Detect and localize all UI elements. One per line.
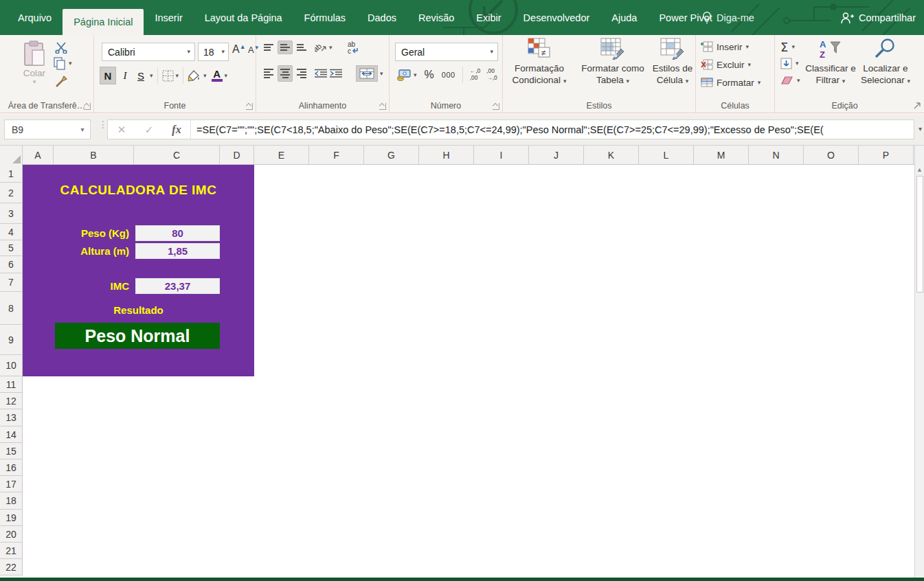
insert-function-button[interactable]: fx — [163, 124, 190, 136]
percent-style-button[interactable]: % — [425, 69, 434, 81]
column-header-F[interactable]: F — [309, 146, 364, 165]
align-right-button[interactable] — [295, 66, 308, 81]
row-header-9[interactable]: 9 — [0, 325, 22, 355]
expand-formula-bar-arrow[interactable]: ▾ — [919, 125, 922, 133]
align-middle-button[interactable] — [278, 41, 293, 54]
cell-styles-button[interactable]: Estilos de Célula ▾ — [651, 38, 694, 87]
scrollbar-thumb[interactable] — [916, 176, 923, 293]
collapse-ribbon-button[interactable] — [913, 102, 921, 110]
find-select-button[interactable]: Localizar e Selecionar ▾ — [859, 38, 912, 87]
height-input-cell[interactable]: 1,85 — [135, 243, 220, 259]
fill-button[interactable]: ▾ — [780, 58, 799, 69]
align-bottom-button[interactable] — [295, 41, 308, 54]
column-header-G[interactable]: G — [364, 146, 419, 165]
paste-button[interactable]: Colar ▾ — [16, 41, 52, 85]
tab-ajuda[interactable]: Ajuda — [600, 0, 648, 35]
row-header-20[interactable]: 20 — [0, 526, 22, 543]
increase-font-size-button[interactable]: A▲ — [232, 43, 246, 56]
tab-desenvolvedor[interactable]: Desenvolvedor — [512, 0, 601, 35]
column-header-M[interactable]: M — [694, 146, 749, 165]
column-header-D[interactable]: D — [220, 146, 254, 165]
accounting-format-button[interactable]: ▾ — [396, 69, 417, 81]
tab-página-inicial[interactable]: Página Inicial — [63, 9, 144, 35]
row-header-21[interactable]: 21 — [0, 543, 22, 559]
row-header-6[interactable]: 6 — [0, 256, 22, 273]
column-header-I[interactable]: I — [474, 146, 529, 165]
row-header-11[interactable]: 11 — [0, 376, 22, 393]
column-header-K[interactable]: K — [584, 146, 639, 165]
format-cells-button[interactable]: Formatar▾ — [701, 77, 760, 88]
number-format-select[interactable]: Geral ▾ — [395, 43, 498, 61]
row-header-16[interactable]: 16 — [0, 459, 22, 476]
tab-arquivo[interactable]: Arquivo — [7, 0, 63, 35]
clipboard-dialog-launcher[interactable] — [84, 103, 91, 110]
number-dialog-launcher[interactable] — [493, 103, 499, 110]
column-header-P[interactable]: P — [859, 146, 914, 165]
column-header-E[interactable]: E — [254, 146, 309, 165]
row-header-19[interactable]: 19 — [0, 510, 22, 526]
tell-me-control[interactable]: Diga-me — [702, 0, 754, 35]
scroll-up-arrow[interactable]: ▲ — [916, 166, 923, 173]
font-family-select[interactable]: Calibri ▾ — [102, 43, 195, 61]
column-header-C[interactable]: C — [134, 146, 220, 165]
format-painter-button[interactable] — [55, 75, 68, 87]
copy-button[interactable]: ▾ — [54, 57, 72, 70]
column-header-J[interactable]: J — [529, 146, 584, 165]
row-header-15[interactable]: 15 — [0, 443, 22, 459]
column-header-L[interactable]: L — [639, 146, 694, 165]
alignment-dialog-launcher[interactable] — [379, 103, 386, 110]
tab-dados[interactable]: Dados — [357, 0, 407, 35]
tab-fórmulas[interactable]: Fórmulas — [293, 0, 357, 35]
align-left-button[interactable] — [262, 66, 275, 81]
decrease-indent-button[interactable] — [315, 69, 328, 78]
column-header-B[interactable]: B — [54, 146, 134, 165]
bold-button[interactable]: N — [100, 67, 116, 84]
conditional-formatting-button[interactable]: ≠ Formatação Condicional ▾ — [504, 38, 574, 87]
increase-indent-button[interactable] — [330, 69, 343, 78]
weight-input-cell[interactable]: 80 — [135, 225, 220, 241]
font-size-select[interactable]: 18 ▾ — [198, 43, 229, 61]
merge-center-button[interactable] — [356, 65, 378, 82]
row-header-8[interactable]: 8 — [0, 292, 22, 325]
insert-cells-button[interactable]: Inserir▾ — [701, 41, 749, 52]
borders-button[interactable]: ▾ — [162, 70, 179, 82]
align-center-button[interactable] — [278, 65, 293, 82]
fill-color-button[interactable]: ▾ — [188, 70, 207, 82]
share-button[interactable]: Compartilhar — [840, 0, 916, 35]
row-header-1[interactable]: 1 — [0, 165, 22, 183]
underline-button[interactable]: S — [134, 67, 148, 84]
column-header-N[interactable]: N — [749, 146, 804, 165]
select-all-corner[interactable] — [0, 146, 23, 165]
tab-revisão[interactable]: Revisão — [407, 0, 465, 35]
tab-layout-da-página[interactable]: Layout da Página — [194, 0, 293, 35]
row-header-7[interactable]: 7 — [0, 273, 22, 292]
row-header-17[interactable]: 17 — [0, 476, 22, 492]
autosum-button[interactable]: Σ▾ — [780, 40, 795, 54]
italic-button[interactable]: I — [118, 67, 132, 84]
tab-exibir[interactable]: Exibir — [465, 0, 512, 35]
decrease-decimal-button[interactable]: ,00→,0 — [486, 68, 497, 82]
result-cell[interactable]: Peso Normal — [55, 323, 220, 349]
tab-inserir[interactable]: Inserir — [144, 0, 193, 35]
delete-cells-button[interactable]: Excluir▾ — [701, 59, 751, 70]
confirm-entry-icon[interactable]: ✓ — [135, 124, 163, 136]
font-dialog-launcher[interactable] — [246, 103, 253, 110]
row-header-10[interactable]: 10 — [0, 355, 22, 376]
formula-input[interactable]: =SE(C7="";"";SE(C7<18,5;"Abaixo do Peso"… — [190, 120, 914, 139]
row-header-13[interactable]: 13 — [0, 409, 22, 426]
cut-button[interactable] — [55, 42, 67, 54]
row-header-18[interactable]: 18 — [0, 492, 22, 510]
format-as-table-button[interactable]: Formatar como Tabela ▾ — [576, 38, 650, 87]
wrap-text-button[interactable]: abc — [347, 41, 361, 54]
row-header-22[interactable]: 22 — [0, 559, 22, 576]
bmi-value-cell[interactable]: 23,37 — [135, 278, 220, 294]
row-header-14[interactable]: 14 — [0, 426, 22, 443]
column-header-A[interactable]: A — [23, 146, 54, 165]
row-header-5[interactable]: 5 — [0, 240, 22, 256]
column-header-O[interactable]: O — [804, 146, 859, 165]
vertical-scrollbar[interactable]: ▲ — [914, 146, 924, 578]
column-header-H[interactable]: H — [419, 146, 474, 165]
row-header-3[interactable]: 3 — [0, 203, 22, 224]
formula-bar-resizer[interactable]: ⋮ — [98, 122, 108, 127]
row-header-4[interactable]: 4 — [0, 224, 22, 240]
